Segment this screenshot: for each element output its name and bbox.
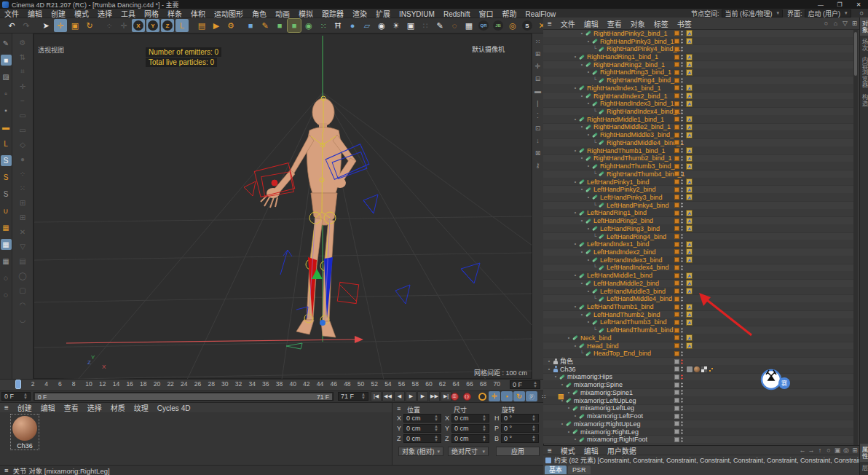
menu-item[interactable]: 角色 — [248, 10, 271, 18]
tree-row-mixamorig:LeftLeg[interactable]: •mixamorig:LeftLeg — [543, 405, 853, 413]
tree-row-Neck_bind[interactable]: •Neck_bind — [543, 334, 853, 342]
select-visible-icon[interactable]: ◯ — [15, 270, 30, 281]
menu-item[interactable]: INSYDIUM — [395, 10, 439, 18]
object-tags[interactable] — [674, 436, 685, 443]
object-tags[interactable] — [674, 303, 693, 310]
menu-item[interactable]: Redshift — [439, 10, 475, 18]
light-icon[interactable]: ☀ — [390, 19, 403, 32]
rot-h-field[interactable]: 0 °▲▼ — [501, 414, 539, 423]
object-tags[interactable] — [674, 217, 693, 224]
next-frame[interactable]: ▶ — [417, 391, 428, 401]
size-x-field[interactable]: 0 cm▲▼ — [451, 414, 489, 423]
expand-icon[interactable]: • — [579, 123, 585, 130]
rot-p-field[interactable]: 0 °▲▼ — [501, 424, 539, 433]
tree-row-mixamorig:Spine1[interactable]: •mixamorig:Spine1 — [543, 389, 853, 397]
size-mode-select[interactable]: 绝对尺寸▾ — [448, 447, 489, 456]
object-tags[interactable] — [674, 374, 685, 381]
object-tags[interactable] — [674, 397, 685, 404]
om-home[interactable]: ⌂ — [831, 20, 840, 27]
am-forward[interactable]: → — [807, 447, 816, 454]
om-filter[interactable]: ▽ — [840, 20, 850, 27]
material-menu-item[interactable]: 纹理 — [130, 404, 153, 412]
tweak-mode-icon[interactable]: ▤ — [15, 255, 30, 267]
tree-row-LeftHandRing1_bind[interactable]: •LeftHandRing1_bind — [543, 210, 853, 218]
expand-icon[interactable]: • — [579, 61, 585, 68]
am-settings[interactable]: ◎ — [842, 447, 851, 454]
side-tab-structure[interactable]: 构造 — [860, 91, 868, 109]
keyframe-bar-icon[interactable]: ▬ — [533, 86, 542, 95]
object-tags[interactable] — [674, 280, 693, 287]
tree-row-LeftHandPinky1_bind[interactable]: •LeftHandPinky1_bind — [543, 178, 853, 187]
key-delete-icon[interactable]: ⊠ — [533, 148, 542, 157]
object-tags[interactable] — [674, 194, 693, 201]
am-tab-basic[interactable]: 基本 — [545, 466, 567, 474]
point-mode-icon[interactable]: ▪ — [1, 105, 12, 116]
pos-z-field[interactable]: 0 cm▲▼ — [403, 434, 441, 443]
object-tags[interactable] — [674, 131, 693, 138]
object-tags[interactable] — [674, 256, 693, 264]
object-tags[interactable] — [674, 264, 685, 272]
expand-icon[interactable]: • — [572, 53, 578, 60]
expand-icon[interactable]: • — [585, 38, 591, 45]
move-icon[interactable]: ✛ — [54, 19, 67, 32]
record-pla-toggle[interactable]: ∷ — [538, 391, 550, 401]
object-tags[interactable] — [674, 155, 693, 162]
object-tags[interactable] — [674, 412, 685, 420]
expand-icon[interactable]: • — [572, 303, 578, 310]
object-tags[interactable] — [674, 366, 716, 373]
expand-icon[interactable]: • — [579, 217, 585, 224]
tree-row-RightHandThumb2_bind_1[interactable]: •RightHandThumb2_bind_1 — [543, 155, 853, 163]
apply-button[interactable]: 应用 — [496, 447, 540, 456]
ruler-end-field[interactable]: 0 F▲▼ — [510, 380, 540, 389]
menu-item[interactable]: 创建 — [47, 10, 70, 18]
expand-icon[interactable]: • — [579, 280, 585, 287]
object-tags[interactable] — [674, 420, 685, 428]
expand-icon[interactable]: • — [585, 194, 591, 201]
tree-row-RightHandIndex2_bind_1[interactable]: •RightHandIndex2_bind_1 — [543, 93, 853, 101]
tree-row-LeftHandMiddle2_bind[interactable]: •LeftHandMiddle2_bind — [543, 280, 853, 288]
snap-intersection-icon[interactable]: ⁙ — [15, 182, 30, 194]
snap-axis-icon[interactable]: ▭ — [15, 109, 30, 121]
redo-icon[interactable]: ↷ — [20, 19, 33, 32]
tree-row-RightHandIndex4_bind_1[interactable]: └RightHandIndex4_bind_1 — [543, 108, 853, 116]
object-tags[interactable] — [674, 248, 693, 256]
tree-row-LeftHandThumb1_bind[interactable]: •LeftHandThumb1_bind — [543, 303, 853, 311]
om-menu-item[interactable]: 标签 — [650, 20, 673, 28]
expand-icon[interactable]: • — [579, 248, 585, 256]
menu-item[interactable]: 体积 — [186, 10, 210, 18]
expand-icon[interactable]: • — [572, 342, 578, 350]
magnet-snap-icon[interactable]: ∪ — [1, 205, 12, 216]
record-rotation-toggle[interactable]: ↻ — [513, 391, 525, 401]
object-tags[interactable] — [674, 225, 693, 232]
side-tab-attributes[interactable]: 属性 — [860, 444, 868, 462]
lock-y-icon[interactable]: Y — [146, 19, 159, 32]
expand-icon[interactable]: • — [585, 100, 591, 107]
tree-row-mixamorig:Spine[interactable]: •mixamorig:Spine — [543, 381, 853, 389]
tree-row-LeftHandMiddle1_bind[interactable]: •LeftHandMiddle1_bind — [543, 272, 853, 280]
grid-off-icon[interactable]: ▦ — [1, 256, 12, 267]
prev-key[interactable]: ◀◀ — [382, 391, 393, 401]
snap-workplane-icon[interactable]: ◇ — [15, 138, 30, 150]
expand-icon[interactable]: • — [585, 256, 591, 264]
qr-plugin-icon[interactable]: QR — [477, 19, 490, 32]
expand-icon[interactable]: • — [566, 428, 572, 436]
expand-icon[interactable]: • — [572, 209, 578, 216]
undo-icon[interactable]: ↶ — [5, 19, 18, 32]
om-menu-item[interactable]: 编辑 — [580, 20, 603, 28]
minimize-button[interactable]: — — [811, 1, 830, 8]
object-tags[interactable] — [674, 147, 693, 154]
object-tags[interactable] — [674, 240, 693, 248]
array-grid-icon[interactable]: ▦ — [462, 19, 476, 32]
menu-item[interactable]: 帮助 — [498, 10, 521, 18]
play[interactable]: ▶ — [406, 391, 417, 401]
object-tags[interactable] — [674, 178, 693, 186]
tree-row-LeftHandRing3_bind[interactable]: •LeftHandRing3_bind — [543, 225, 853, 233]
workplane-mode-icon[interactable]: L — [1, 138, 12, 149]
expand-icon[interactable]: • — [572, 436, 578, 443]
om-menu-item[interactable]: 对象 — [626, 20, 650, 28]
am-back[interactable]: ← — [798, 447, 807, 454]
object-tags[interactable] — [674, 186, 693, 193]
background-icon[interactable]: ▣ — [404, 19, 417, 32]
snap-2d-icon[interactable]: S — [1, 172, 12, 183]
menu-item[interactable]: 文件 — [0, 10, 23, 18]
